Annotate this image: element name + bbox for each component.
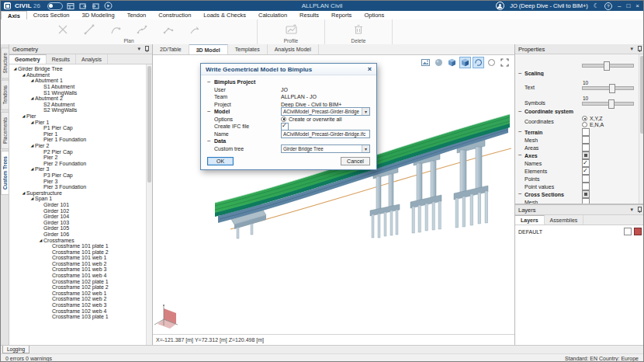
properties-scrollbar[interactable] bbox=[639, 54, 644, 204]
ifc-name-input[interactable]: ACivilModel_Precast-Girder-Bridge.ifc bbox=[281, 130, 370, 138]
user-avatar-icon[interactable] bbox=[496, 2, 504, 10]
property-row[interactable]: − Scaling bbox=[515, 70, 639, 77]
export-window-icon[interactable] bbox=[79, 2, 88, 10]
axis-line-tool-icon[interactable] bbox=[83, 23, 95, 36]
vertical-tab[interactable]: Custom Trees bbox=[1, 151, 9, 195]
tree-item[interactable]: ◢ P1 Pier Cap bbox=[9, 125, 147, 131]
collapse-icon[interactable]: − bbox=[518, 129, 525, 135]
tree-item[interactable]: ◢ Pier 3 Foundation bbox=[9, 184, 147, 190]
theme-toggle[interactable] bbox=[47, 2, 63, 10]
axis-edit-tool-icon[interactable] bbox=[189, 23, 201, 36]
tree-item[interactable]: ◢ Pier 3 bbox=[9, 178, 147, 184]
tree-item[interactable]: ◢ Crossframe 102 web 1 bbox=[9, 291, 147, 297]
tree-scrollbar-thumb[interactable] bbox=[147, 66, 151, 183]
shaded-sphere-icon[interactable] bbox=[433, 57, 445, 68]
tree-item[interactable]: ◢ Pier 1 bbox=[9, 131, 147, 137]
slider-thumb[interactable] bbox=[609, 84, 615, 93]
tree-item[interactable]: ◢ Crossframe 102 web 2 bbox=[9, 296, 147, 302]
collapse-icon[interactable]: − bbox=[518, 191, 525, 197]
menu-tab[interactable]: Axis bbox=[1, 11, 27, 19]
tree-item[interactable]: ◢ Crossframe 101 plate 1 bbox=[9, 243, 147, 249]
layers-tab[interactable]: Assemblies bbox=[545, 215, 584, 225]
tree-item[interactable]: ◢ S2 WingWalls bbox=[9, 107, 147, 113]
user-label[interactable]: JO (Deep Dive - Civil to BIM+) bbox=[510, 2, 588, 9]
property-row[interactable]: − Point values bbox=[515, 183, 639, 190]
axis-spline-tool-icon[interactable] bbox=[136, 23, 148, 36]
property-row[interactable]: − Terrain bbox=[515, 128, 639, 136]
tree-expand-icon[interactable]: ◢ bbox=[29, 96, 35, 100]
import-window-icon[interactable] bbox=[92, 2, 100, 10]
tree-expand-icon[interactable]: ◢ bbox=[29, 78, 35, 82]
tree-item[interactable]: ◢ S1 Abutment bbox=[9, 84, 147, 90]
menu-tab[interactable]: 3D Modeling bbox=[76, 11, 121, 19]
vertical-tab[interactable]: Placements bbox=[1, 112, 9, 149]
rotate-view-icon[interactable] bbox=[473, 57, 484, 68]
tree-expand-icon[interactable]: ◢ bbox=[29, 167, 35, 171]
slider[interactable] bbox=[582, 57, 637, 68]
vertical-tab[interactable]: Tendons bbox=[1, 80, 9, 110]
tree-item[interactable]: ◢ Pier 2 Foundation bbox=[9, 161, 147, 167]
collapse-icon[interactable]: − bbox=[518, 152, 525, 158]
dark-mode-icon[interactable]: ☾ bbox=[594, 3, 599, 9]
axis-arc-tool-icon[interactable] bbox=[109, 23, 122, 36]
tree-expand-icon[interactable]: ◢ bbox=[21, 114, 26, 118]
checkbox[interactable] bbox=[582, 175, 590, 183]
tree-item[interactable]: ◢ Girder 102 bbox=[9, 207, 147, 214]
menu-tab[interactable]: Calculation bbox=[252, 11, 293, 19]
collapse-icon[interactable]: − bbox=[518, 109, 525, 115]
dropdown-arrow-icon[interactable]: ▾ bbox=[362, 108, 369, 115]
close-button[interactable]: × bbox=[635, 3, 639, 9]
fullscreen-icon[interactable] bbox=[499, 57, 511, 68]
orbit-icon[interactable] bbox=[486, 57, 497, 68]
checkbox[interactable] bbox=[582, 128, 590, 136]
tree-item[interactable]: ◢ Crossframe 102 web 4 bbox=[9, 308, 147, 314]
checkbox[interactable] bbox=[582, 190, 590, 198]
tree-expand-icon[interactable]: ◢ bbox=[29, 120, 35, 124]
tree-item[interactable]: ◢ Pier 3 bbox=[9, 166, 147, 172]
tree-item[interactable]: ◢ Girder Bridge Tree bbox=[9, 66, 147, 72]
viewport-tab[interactable]: Templates bbox=[228, 44, 268, 54]
slider-thumb[interactable] bbox=[604, 61, 610, 71]
solid-cube-icon[interactable] bbox=[446, 57, 458, 68]
menu-tab[interactable]: Reports bbox=[325, 11, 358, 19]
tree-item[interactable]: ◢ Crossframe 101 web 3 bbox=[9, 266, 147, 273]
menu-tab[interactable]: Tendon bbox=[121, 11, 153, 19]
collapse-icon[interactable]: − bbox=[207, 108, 214, 115]
viewport-tab[interactable]: 3D Model bbox=[189, 44, 228, 54]
tree-item[interactable]: ◢ Girder 105 bbox=[9, 225, 147, 231]
tree-item[interactable]: ◢ Abutment bbox=[9, 72, 147, 78]
tree-item[interactable]: ◢ Abutment 1 bbox=[9, 78, 147, 84]
table-window-icon[interactable] bbox=[67, 2, 75, 10]
chevron-down-icon[interactable]: ▾ bbox=[630, 207, 633, 213]
custom-tree-dropdown[interactable]: Girder Bridge Tree▾ bbox=[281, 144, 370, 153]
model-dropdown[interactable]: ACivilModel_Precast-Girder-Bridge▾ bbox=[281, 107, 370, 116]
tree-item[interactable]: ◢ Crossframe 101 web 4 bbox=[9, 273, 147, 279]
viewport-tab[interactable]: Analysis Model bbox=[268, 44, 319, 54]
chevron-down-icon[interactable]: ▾ bbox=[137, 46, 140, 52]
pin-icon[interactable] bbox=[636, 207, 642, 213]
tree-expand-icon[interactable]: ◢ bbox=[21, 191, 26, 195]
dialog-close-icon[interactable]: × bbox=[368, 66, 372, 73]
tree-item[interactable]: ◢ Crossframe 101 plate 2 bbox=[9, 249, 147, 255]
property-row[interactable]: − Coordinate system bbox=[515, 108, 639, 115]
tree-item[interactable]: ◢ Crossframes bbox=[9, 237, 147, 243]
tree-item[interactable]: ◢ Pier bbox=[9, 113, 147, 120]
tree-item[interactable]: ◢ Crossframe 102 plate 1 bbox=[9, 278, 147, 284]
pin-icon[interactable] bbox=[144, 46, 149, 52]
tree-item[interactable]: ◢ Pier 1 bbox=[9, 119, 147, 125]
menu-tab[interactable]: Results bbox=[293, 11, 325, 19]
tree-item[interactable]: ◢ P2 Pier Cap bbox=[9, 148, 147, 155]
tree-expand-icon[interactable]: ◢ bbox=[29, 144, 35, 148]
property-row[interactable]: − bbox=[515, 54, 639, 70]
property-row[interactable]: − Text 10 bbox=[515, 77, 639, 92]
tree-item[interactable]: ◢ Girder 103 bbox=[9, 219, 147, 225]
tree-item[interactable]: ◢ S2 Abutment bbox=[9, 102, 147, 108]
property-row[interactable]: − Axes bbox=[515, 151, 639, 159]
property-row[interactable]: − Coordinates X,Y,Z E,N,A bbox=[515, 115, 639, 128]
property-row[interactable]: − Symbols 10 bbox=[515, 92, 639, 108]
create-ifc-checkbox[interactable] bbox=[281, 123, 289, 131]
checkbox[interactable] bbox=[582, 136, 590, 144]
tree-scrollbar[interactable] bbox=[146, 64, 152, 345]
tree-item[interactable]: ◢ Superstructure bbox=[9, 190, 147, 196]
play-icon[interactable] bbox=[104, 2, 113, 10]
